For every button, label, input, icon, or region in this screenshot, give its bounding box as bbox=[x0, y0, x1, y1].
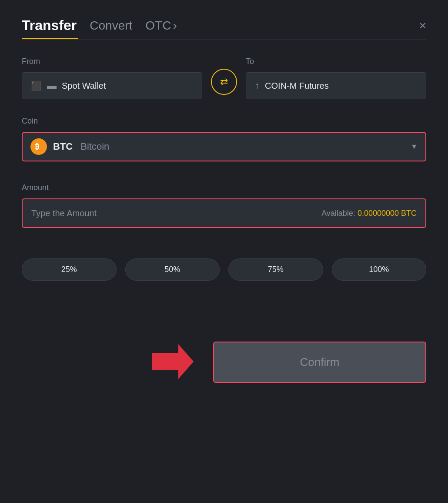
chevron-down-icon: ▼ bbox=[411, 143, 418, 151]
coin-dropdown[interactable]: ₿ BTC Bitcoin ▼ bbox=[22, 132, 426, 161]
to-wallet-name: COIN-M Futures bbox=[265, 81, 329, 91]
available-amount: 0.00000000 BTC bbox=[358, 209, 417, 218]
header-divider bbox=[22, 39, 426, 40]
wallet-card-icon: ⬛ bbox=[31, 80, 42, 91]
tab-otc[interactable]: OTC › bbox=[145, 19, 177, 33]
amount-input[interactable] bbox=[31, 208, 321, 218]
from-label: From bbox=[22, 57, 202, 66]
btc-icon: ₿ bbox=[30, 138, 47, 155]
from-wallet-name: Spot Wallet bbox=[62, 81, 106, 91]
pct-75-button[interactable]: 75% bbox=[228, 258, 323, 281]
svg-text:₿: ₿ bbox=[35, 142, 39, 151]
red-arrow-icon bbox=[148, 342, 196, 381]
amount-box: Available: 0.00000000 BTC bbox=[22, 198, 426, 228]
transfer-icon: ⇄ bbox=[220, 76, 228, 87]
to-wallet-box[interactable]: ↑ COIN-M Futures bbox=[246, 72, 426, 99]
bitcoin-symbol: ₿ bbox=[34, 142, 43, 151]
tab-convert[interactable]: Convert bbox=[90, 19, 132, 33]
amount-label: Amount bbox=[22, 183, 426, 192]
transfer-modal: Transfer Convert OTC › × From ⬛ ▬ Spot W… bbox=[0, 0, 448, 503]
coin-section: Coin ₿ BTC Bitcoin ▼ bbox=[22, 117, 426, 161]
coin-symbol: BTC bbox=[53, 141, 73, 152]
close-button[interactable]: × bbox=[419, 20, 426, 32]
coin-label: Coin bbox=[22, 117, 426, 126]
pct-100-button[interactable]: 100% bbox=[332, 258, 427, 281]
from-wallet-box[interactable]: ⬛ ▬ Spot Wallet bbox=[22, 72, 202, 99]
confirm-section: Confirm bbox=[22, 342, 426, 383]
pct-25-button[interactable]: 25% bbox=[22, 258, 117, 281]
amount-section: Amount Available: 0.00000000 BTC bbox=[22, 183, 426, 228]
wallet-card-symbol: ▬ bbox=[47, 80, 57, 91]
from-to-wrapper: From ⬛ ▬ Spot Wallet ⇄ To ↑ bbox=[22, 57, 426, 99]
svg-marker-4 bbox=[152, 344, 194, 379]
from-column: From ⬛ ▬ Spot Wallet bbox=[22, 57, 202, 99]
switch-button[interactable]: ⇄ bbox=[211, 69, 237, 95]
percentage-buttons: 25% 50% 75% 100% bbox=[22, 258, 426, 281]
available-text: Available: 0.00000000 BTC bbox=[321, 209, 417, 218]
coin-fullname: Bitcoin bbox=[80, 141, 109, 152]
arrow-indicator bbox=[148, 342, 196, 383]
to-column: To ↑ COIN-M Futures bbox=[246, 57, 426, 99]
switch-wrapper: ⇄ bbox=[202, 69, 246, 99]
to-label: To bbox=[246, 57, 426, 66]
modal-header: Transfer Convert OTC › × bbox=[22, 17, 426, 34]
futures-icon: ↑ bbox=[255, 80, 260, 91]
confirm-button[interactable]: Confirm bbox=[213, 342, 426, 383]
pct-50-button[interactable]: 50% bbox=[125, 258, 220, 281]
tab-transfer[interactable]: Transfer bbox=[22, 17, 77, 34]
